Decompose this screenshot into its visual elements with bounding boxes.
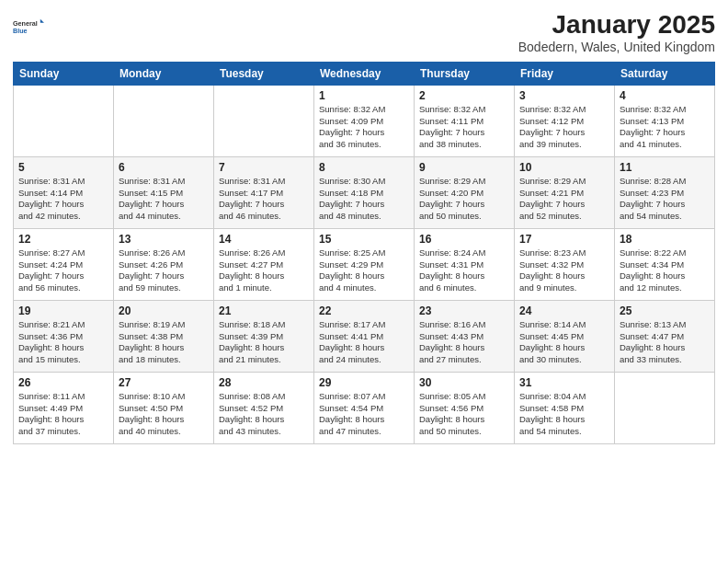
day-info: Sunrise: 8:04 AM Sunset: 4:58 PM Dayligh… bbox=[519, 391, 609, 438]
day-number: 12 bbox=[18, 233, 108, 246]
day-number: 7 bbox=[219, 161, 309, 174]
day-number: 3 bbox=[519, 89, 609, 102]
svg-text:Blue: Blue bbox=[13, 27, 28, 35]
logo: General Blue bbox=[13, 11, 46, 44]
table-row: 12Sunrise: 8:27 AM Sunset: 4:24 PM Dayli… bbox=[14, 228, 114, 300]
day-info: Sunrise: 8:27 AM Sunset: 4:24 PM Dayligh… bbox=[18, 247, 108, 294]
day-number: 5 bbox=[18, 161, 108, 174]
day-info: Sunrise: 8:30 AM Sunset: 4:18 PM Dayligh… bbox=[319, 176, 409, 223]
calendar-table: Sunday Monday Tuesday Wednesday Thursday… bbox=[13, 62, 715, 444]
table-row: 27Sunrise: 8:10 AM Sunset: 4:50 PM Dayli… bbox=[114, 372, 214, 443]
table-row: 30Sunrise: 8:05 AM Sunset: 4:56 PM Dayli… bbox=[415, 372, 515, 443]
day-number: 21 bbox=[219, 304, 309, 317]
table-row: 3Sunrise: 8:32 AM Sunset: 4:12 PM Daylig… bbox=[515, 85, 615, 156]
header-friday: Friday bbox=[515, 62, 615, 85]
day-info: Sunrise: 8:28 AM Sunset: 4:23 PM Dayligh… bbox=[620, 176, 710, 223]
day-info: Sunrise: 8:18 AM Sunset: 4:39 PM Dayligh… bbox=[219, 319, 309, 366]
day-number: 9 bbox=[419, 161, 509, 174]
table-row: 4Sunrise: 8:32 AM Sunset: 4:13 PM Daylig… bbox=[615, 85, 715, 156]
page-header: General Blue January 2025 Bodedern, Wale… bbox=[13, 11, 715, 54]
day-info: Sunrise: 8:11 AM Sunset: 4:49 PM Dayligh… bbox=[18, 391, 108, 438]
day-info: Sunrise: 8:16 AM Sunset: 4:43 PM Dayligh… bbox=[419, 319, 509, 366]
table-row: 10Sunrise: 8:29 AM Sunset: 4:21 PM Dayli… bbox=[515, 156, 615, 228]
table-row: 29Sunrise: 8:07 AM Sunset: 4:54 PM Dayli… bbox=[314, 372, 415, 443]
table-row: 6Sunrise: 8:31 AM Sunset: 4:15 PM Daylig… bbox=[114, 156, 214, 228]
day-number: 17 bbox=[519, 233, 609, 246]
day-number: 4 bbox=[620, 89, 710, 102]
calendar-week-row: 19Sunrise: 8:21 AM Sunset: 4:36 PM Dayli… bbox=[14, 300, 715, 372]
day-number: 18 bbox=[620, 233, 710, 246]
day-info: Sunrise: 8:31 AM Sunset: 4:14 PM Dayligh… bbox=[18, 176, 108, 223]
day-number: 6 bbox=[119, 161, 209, 174]
table-row: 15Sunrise: 8:25 AM Sunset: 4:29 PM Dayli… bbox=[314, 228, 415, 300]
day-info: Sunrise: 8:19 AM Sunset: 4:38 PM Dayligh… bbox=[119, 319, 209, 366]
table-row bbox=[615, 372, 715, 443]
day-number: 1 bbox=[319, 89, 409, 102]
day-number: 14 bbox=[219, 233, 309, 246]
day-info: Sunrise: 8:14 AM Sunset: 4:45 PM Dayligh… bbox=[519, 319, 609, 366]
table-row bbox=[114, 85, 214, 156]
table-row: 13Sunrise: 8:26 AM Sunset: 4:26 PM Dayli… bbox=[114, 228, 214, 300]
day-info: Sunrise: 8:07 AM Sunset: 4:54 PM Dayligh… bbox=[319, 391, 409, 438]
day-number: 26 bbox=[18, 376, 108, 389]
day-number: 24 bbox=[519, 304, 609, 317]
day-info: Sunrise: 8:22 AM Sunset: 4:34 PM Dayligh… bbox=[620, 247, 710, 294]
header-tuesday: Tuesday bbox=[214, 62, 314, 85]
day-number: 16 bbox=[419, 233, 509, 246]
table-row: 18Sunrise: 8:22 AM Sunset: 4:34 PM Dayli… bbox=[615, 228, 715, 300]
calendar-week-row: 5Sunrise: 8:31 AM Sunset: 4:14 PM Daylig… bbox=[14, 156, 715, 228]
table-row: 22Sunrise: 8:17 AM Sunset: 4:41 PM Dayli… bbox=[314, 300, 415, 372]
calendar-week-row: 26Sunrise: 8:11 AM Sunset: 4:49 PM Dayli… bbox=[14, 372, 715, 443]
day-info: Sunrise: 8:23 AM Sunset: 4:32 PM Dayligh… bbox=[519, 247, 609, 294]
table-row: 5Sunrise: 8:31 AM Sunset: 4:14 PM Daylig… bbox=[14, 156, 114, 228]
table-row: 16Sunrise: 8:24 AM Sunset: 4:31 PM Dayli… bbox=[415, 228, 515, 300]
day-number: 22 bbox=[319, 304, 409, 317]
day-info: Sunrise: 8:32 AM Sunset: 4:13 PM Dayligh… bbox=[620, 104, 710, 151]
location-subtitle: Bodedern, Wales, United Kingdom bbox=[518, 40, 715, 54]
calendar-week-row: 1Sunrise: 8:32 AM Sunset: 4:09 PM Daylig… bbox=[14, 85, 715, 156]
table-row: 23Sunrise: 8:16 AM Sunset: 4:43 PM Dayli… bbox=[415, 300, 515, 372]
day-number: 11 bbox=[620, 161, 710, 174]
header-saturday: Saturday bbox=[615, 62, 715, 85]
table-row: 25Sunrise: 8:13 AM Sunset: 4:47 PM Dayli… bbox=[615, 300, 715, 372]
logo-svg: General Blue bbox=[13, 11, 46, 44]
day-info: Sunrise: 8:31 AM Sunset: 4:15 PM Dayligh… bbox=[119, 176, 209, 223]
table-row: 1Sunrise: 8:32 AM Sunset: 4:09 PM Daylig… bbox=[314, 85, 415, 156]
day-info: Sunrise: 8:05 AM Sunset: 4:56 PM Dayligh… bbox=[419, 391, 509, 438]
header-sunday: Sunday bbox=[14, 62, 114, 85]
day-number: 29 bbox=[319, 376, 409, 389]
day-number: 10 bbox=[519, 161, 609, 174]
table-row: 19Sunrise: 8:21 AM Sunset: 4:36 PM Dayli… bbox=[14, 300, 114, 372]
day-info: Sunrise: 8:26 AM Sunset: 4:27 PM Dayligh… bbox=[219, 247, 309, 294]
table-row: 2Sunrise: 8:32 AM Sunset: 4:11 PM Daylig… bbox=[415, 85, 515, 156]
page-container: General Blue January 2025 Bodedern, Wale… bbox=[0, 0, 728, 563]
table-row: 9Sunrise: 8:29 AM Sunset: 4:20 PM Daylig… bbox=[415, 156, 515, 228]
day-number: 27 bbox=[119, 376, 209, 389]
day-info: Sunrise: 8:24 AM Sunset: 4:31 PM Dayligh… bbox=[419, 247, 509, 294]
table-row bbox=[214, 85, 314, 156]
calendar-header-row: Sunday Monday Tuesday Wednesday Thursday… bbox=[14, 62, 715, 85]
title-block: January 2025 Bodedern, Wales, United Kin… bbox=[518, 11, 715, 54]
day-number: 2 bbox=[419, 89, 509, 102]
svg-text:General: General bbox=[13, 19, 38, 28]
day-info: Sunrise: 8:10 AM Sunset: 4:50 PM Dayligh… bbox=[119, 391, 209, 438]
day-info: Sunrise: 8:32 AM Sunset: 4:12 PM Dayligh… bbox=[519, 104, 609, 151]
day-number: 8 bbox=[319, 161, 409, 174]
table-row: 20Sunrise: 8:19 AM Sunset: 4:38 PM Dayli… bbox=[114, 300, 214, 372]
table-row: 11Sunrise: 8:28 AM Sunset: 4:23 PM Dayli… bbox=[615, 156, 715, 228]
day-info: Sunrise: 8:32 AM Sunset: 4:09 PM Dayligh… bbox=[319, 104, 409, 151]
day-number: 20 bbox=[119, 304, 209, 317]
header-wednesday: Wednesday bbox=[314, 62, 415, 85]
day-info: Sunrise: 8:13 AM Sunset: 4:47 PM Dayligh… bbox=[620, 319, 710, 366]
day-info: Sunrise: 8:21 AM Sunset: 4:36 PM Dayligh… bbox=[18, 319, 108, 366]
table-row: 14Sunrise: 8:26 AM Sunset: 4:27 PM Dayli… bbox=[214, 228, 314, 300]
day-info: Sunrise: 8:32 AM Sunset: 4:11 PM Dayligh… bbox=[419, 104, 509, 151]
day-number: 28 bbox=[219, 376, 309, 389]
table-row: 31Sunrise: 8:04 AM Sunset: 4:58 PM Dayli… bbox=[515, 372, 615, 443]
table-row: 28Sunrise: 8:08 AM Sunset: 4:52 PM Dayli… bbox=[214, 372, 314, 443]
day-number: 19 bbox=[18, 304, 108, 317]
day-number: 23 bbox=[419, 304, 509, 317]
month-title: January 2025 bbox=[518, 11, 715, 40]
table-row: 26Sunrise: 8:11 AM Sunset: 4:49 PM Dayli… bbox=[14, 372, 114, 443]
table-row: 8Sunrise: 8:30 AM Sunset: 4:18 PM Daylig… bbox=[314, 156, 415, 228]
